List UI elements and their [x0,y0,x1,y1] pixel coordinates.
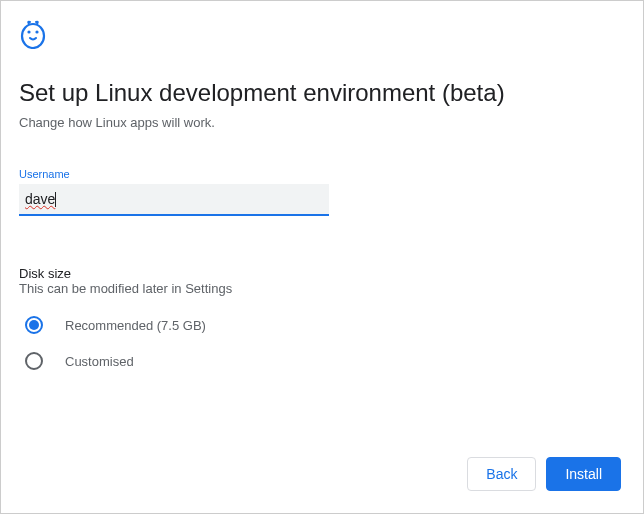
disk-size-title: Disk size [19,266,625,281]
svg-point-2 [35,30,38,33]
back-button[interactable]: Back [467,457,536,491]
disk-size-section: Disk size This can be modified later in … [19,266,625,370]
radio-button-icon [25,352,43,370]
username-label: Username [19,168,625,180]
install-button[interactable]: Install [546,457,621,491]
radio-button-icon [25,316,43,334]
username-field-group: Username dave [19,168,625,216]
button-bar: Back Install [467,457,621,491]
radio-label: Customised [65,354,134,369]
username-value: dave [25,191,55,207]
svg-point-1 [27,30,30,33]
disk-size-subtitle: This can be modified later in Settings [19,281,625,296]
page-title: Set up Linux development environment (be… [19,79,625,107]
text-caret [55,192,56,207]
page-subtitle: Change how Linux apps will work. [19,115,625,130]
radio-label: Recommended (7.5 GB) [65,318,206,333]
radio-option-customised[interactable]: Customised [25,352,625,370]
radio-option-recommended[interactable]: Recommended (7.5 GB) [25,316,625,334]
svg-point-0 [22,24,44,48]
username-input[interactable]: dave [19,184,329,216]
linux-penguin-icon [19,19,625,53]
